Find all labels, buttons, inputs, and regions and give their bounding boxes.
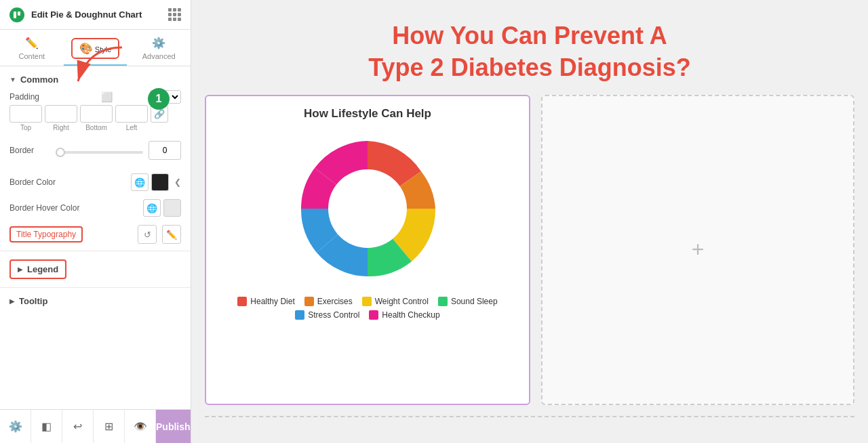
panel-content: ▼ Common Padding ⬜ px em %	[0, 66, 191, 409]
content-icon: ✏️	[25, 37, 39, 49]
padding-bottom-input[interactable]	[80, 105, 113, 123]
bottom-icons: ⚙️ ◧ ↩ ⊞ 👁️	[0, 410, 156, 444]
tab-bar: ✏️ Content 🎨 Style ⚙️ Advanced	[0, 30, 191, 66]
legend-item-stress-control: Stress Control	[295, 310, 359, 320]
bottom-bar: ⚙️ ◧ ↩ ⊞ 👁️ Publish ▲	[0, 409, 191, 443]
legend-label-sound-sleep: Sound Sleep	[451, 297, 498, 306]
tab-content-label: Content	[19, 52, 45, 60]
tooltip-arrow-icon: ▶	[9, 297, 15, 305]
border-color-swatch[interactable]	[151, 173, 169, 191]
padding-right-label: Right	[45, 124, 77, 131]
legend-item-weight-control: Weight Control	[362, 297, 429, 306]
chart-legend: Healthy Diet Exercises Weight Control So…	[217, 297, 518, 320]
layers-button[interactable]: ◧	[31, 410, 62, 444]
legend-label-weight-control: Weight Control	[375, 297, 429, 306]
legend-item-exercises: Exercises	[304, 297, 353, 306]
preview-button[interactable]: 👁️	[125, 410, 156, 444]
padding-left-input[interactable]	[115, 105, 148, 123]
tab-style[interactable]: 🎨 Style	[64, 30, 127, 66]
legend-header[interactable]: ▶ Legend	[9, 259, 66, 279]
legend-label-stress-control: Stress Control	[308, 310, 359, 320]
legend-item-health-checkup: Health Checkup	[369, 310, 439, 320]
publish-expand-button[interactable]: ▲	[191, 410, 191, 444]
panel-title: Edit Pie & Doughnut Chart	[31, 9, 161, 20]
border-color-controls: 🌐 ❮	[131, 173, 181, 191]
donut-hole	[328, 169, 407, 248]
page-title: How You Can Prevent A Type 2 Diabetes Di…	[205, 14, 854, 84]
legend-arrow-icon: ▶	[18, 266, 23, 273]
border-slider[interactable]	[56, 151, 143, 154]
legend-label-health-checkup: Health Checkup	[382, 310, 439, 320]
padding-label: Padding	[9, 92, 64, 102]
elementor-icon	[9, 7, 24, 22]
legend-color-weight-control	[362, 297, 372, 306]
border-hover-color-controls: 🌐	[143, 199, 181, 217]
empty-card[interactable]: +	[541, 95, 854, 405]
svg-rect-1	[18, 12, 20, 16]
common-label: Common	[20, 75, 58, 85]
common-arrow-icon: ▼	[9, 76, 16, 83]
legend-label-exercises: Exercises	[317, 297, 353, 306]
legend-label: Legend	[27, 264, 58, 274]
history-button[interactable]: ↩	[62, 410, 94, 444]
advanced-icon: ⚙️	[152, 37, 165, 49]
padding-labels: Top Right Bottom Left	[9, 124, 181, 131]
page-title-line2: Type 2 Diabetes Diagnosis?	[218, 52, 841, 84]
bottom-strip	[205, 416, 854, 429]
common-section-header[interactable]: ▼ Common	[0, 66, 191, 90]
tab-advanced[interactable]: ⚙️ Advanced	[127, 30, 191, 66]
border-color-label: Border Color	[9, 177, 125, 187]
legend-color-healthy-diet	[237, 297, 247, 306]
donut-chart	[286, 127, 449, 290]
svg-rect-0	[14, 12, 16, 18]
border-slider-container	[56, 144, 143, 156]
border-color-collapse-icon[interactable]: ❮	[174, 177, 181, 187]
tooltip-header[interactable]: ▶ Tooltip	[9, 296, 181, 306]
tooltip-section: ▶ Tooltip	[0, 291, 191, 312]
page-title-line1: How You Can Prevent A	[218, 20, 841, 52]
style-icon: 🎨	[79, 43, 93, 54]
grid-icon[interactable]	[168, 8, 181, 21]
border-color-row: Border Color 🌐 ❮	[0, 169, 191, 195]
legend-section: ▶ Legend	[0, 254, 191, 284]
chart-card: How Lifestyle Can Help	[205, 95, 530, 405]
add-widget-icon: +	[692, 237, 705, 262]
title-typography-row: Title Typography ↺ ✏️	[0, 221, 191, 248]
padding-bottom-label: Bottom	[80, 124, 113, 131]
border-hover-globe-button[interactable]: 🌐	[143, 199, 161, 217]
padding-right-input[interactable]	[45, 105, 77, 123]
border-hover-color-row: Border Hover Color 🌐	[0, 195, 191, 221]
chart-title: How Lifestyle Can Help	[304, 107, 431, 121]
border-label: Border	[9, 146, 50, 155]
tab-advanced-label: Advanced	[142, 52, 176, 60]
typography-reset-button[interactable]: ↺	[138, 225, 157, 244]
legend-color-stress-control	[295, 310, 304, 320]
legend-item-healthy-diet: Healthy Diet	[237, 297, 294, 306]
tooltip-label: Tooltip	[19, 296, 47, 306]
tab-content[interactable]: ✏️ Content	[0, 30, 64, 66]
border-color-globe-button[interactable]: 🌐	[131, 173, 149, 191]
border-number-input[interactable]	[149, 141, 181, 160]
legend-label-healthy-diet: Healthy Diet	[250, 297, 294, 306]
border-hover-color-swatch[interactable]	[163, 199, 181, 217]
padding-top-input[interactable]	[9, 105, 42, 123]
panel-header: Edit Pie & Doughnut Chart	[0, 0, 191, 30]
padding-icon: ⬜	[101, 91, 113, 102]
padding-top-label: Top	[9, 124, 42, 131]
legend-color-sound-sleep	[438, 297, 448, 306]
border-row: Border	[9, 141, 181, 160]
legend-color-health-checkup	[369, 310, 378, 320]
border-hover-color-label: Border Hover Color	[9, 203, 138, 213]
right-canvas: How You Can Prevent A Type 2 Diabetes Di…	[191, 0, 868, 443]
tab-style-label: Style	[95, 45, 111, 54]
typography-edit-button[interactable]: ✏️	[162, 225, 181, 244]
step-badge: 1	[148, 88, 170, 110]
legend-item-sound-sleep: Sound Sleep	[438, 297, 498, 306]
border-section: Border	[0, 137, 191, 169]
publish-button[interactable]: Publish	[156, 410, 191, 444]
divider-2	[0, 287, 191, 288]
settings-button[interactable]: ⚙️	[0, 410, 31, 444]
chart-row: How Lifestyle Can Help	[205, 95, 854, 405]
template-button[interactable]: ⊞	[94, 410, 125, 444]
divider-1	[0, 251, 191, 251]
